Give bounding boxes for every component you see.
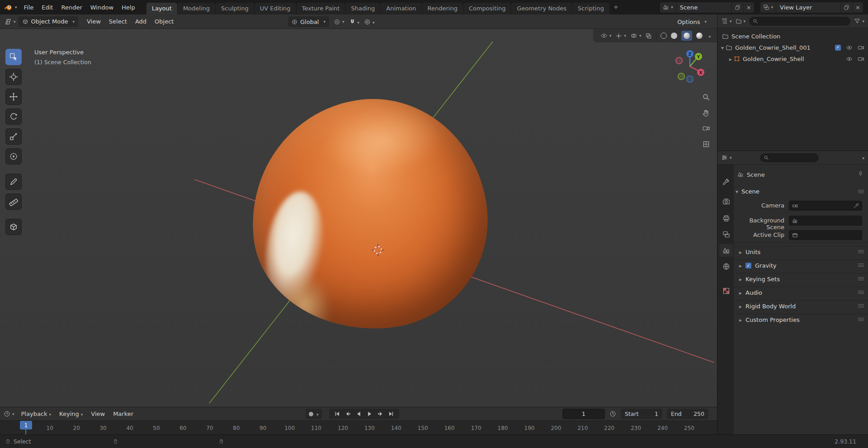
collection-checkbox[interactable] (835, 45, 841, 51)
timeline-ruler[interactable]: 1020304050607080901001101201301401501601… (0, 420, 717, 435)
properties-tab-tool[interactable] (719, 176, 733, 189)
properties-tab-scene[interactable] (719, 244, 733, 257)
add-workspace-button[interactable]: + (610, 1, 622, 13)
viewport-menu-select[interactable]: Select (105, 18, 131, 25)
background-scene-field[interactable] (789, 216, 862, 226)
expand-section-icon[interactable] (739, 303, 742, 310)
frame-end-field[interactable]: End 250 (667, 409, 708, 419)
disable-in-renders-camera-icon[interactable] (858, 56, 864, 62)
toggle-orthographic-icon[interactable] (701, 139, 712, 150)
tool-annotate[interactable] (5, 174, 22, 190)
zoom-view-icon[interactable] (701, 92, 712, 103)
play-reverse-button[interactable] (354, 409, 363, 419)
outliner-filter-dropdown[interactable] (854, 18, 864, 24)
outliner-row-shell-object[interactable]: Golden_Cowrie_Shell (717, 53, 868, 64)
use-preview-range-clock-icon[interactable] (609, 410, 616, 417)
section-drag-handle-icon[interactable] (858, 318, 864, 322)
tool-scale[interactable] (5, 128, 22, 145)
jump-to-start-button[interactable] (332, 409, 342, 419)
expand-section-icon[interactable] (739, 316, 742, 323)
editor-type-timeline-icon[interactable] (4, 410, 14, 417)
section-gravity[interactable]: Gravity (734, 259, 868, 271)
section-keying-sets[interactable]: Keying Sets (734, 273, 868, 285)
snap-toggle-magnet-icon[interactable] (349, 19, 356, 25)
workspace-tab-layout[interactable]: Layout (146, 3, 177, 14)
expand-section-icon[interactable] (739, 249, 742, 255)
workspace-tab-uv-editing[interactable]: UV Editing (255, 3, 296, 14)
gravity-checkbox[interactable] (745, 263, 751, 269)
section-drag-handle-icon[interactable] (858, 264, 864, 268)
eyedropper-icon[interactable] (853, 203, 859, 209)
workspace-tab-sculpting[interactable]: Sculpting (216, 3, 254, 14)
browse-scene-icon[interactable] (660, 2, 676, 13)
editor-type-3d-viewport-icon[interactable] (4, 18, 17, 25)
section-drag-handle-icon[interactable] (858, 250, 864, 254)
remove-view-layer-button[interactable]: × (853, 2, 863, 13)
mode-dropdown[interactable]: Object Mode (19, 16, 78, 27)
tool-cursor[interactable] (5, 69, 22, 85)
new-view-layer-button[interactable] (841, 2, 853, 13)
properties-search-input[interactable] (760, 153, 819, 162)
auto-keying-dropdown[interactable] (315, 410, 319, 417)
previous-keyframe-button[interactable] (343, 409, 353, 419)
playhead[interactable]: 1 (20, 421, 32, 429)
overlays-dropdown[interactable] (630, 32, 642, 39)
disable-in-renders-camera-icon[interactable] (858, 44, 864, 51)
gizmo-minus-z-axis[interactable] (687, 76, 693, 82)
collapse-panel-icon[interactable] (736, 188, 738, 195)
properties-tab-texture[interactable] (719, 284, 733, 297)
camera-view-icon[interactable] (701, 123, 712, 134)
blender-logo-icon[interactable] (4, 3, 17, 11)
workspace-tab-geometry-nodes[interactable]: Geometry Nodes (511, 3, 572, 14)
frame-start-field[interactable]: Start 1 (621, 409, 662, 419)
scene-name-field[interactable]: Scene (676, 2, 732, 13)
section-units[interactable]: Units (734, 246, 868, 258)
pivot-point-dropdown[interactable] (334, 19, 344, 25)
menu-help[interactable]: Help (118, 4, 139, 11)
workspace-tab-rendering[interactable]: Rendering (422, 3, 463, 14)
timeline-menu-marker[interactable]: Marker (109, 410, 137, 417)
section-drag-handle-icon[interactable] (858, 277, 864, 281)
pan-view-hand-icon[interactable] (701, 108, 712, 118)
menu-window[interactable]: Window (86, 4, 118, 11)
properties-tab-world[interactable] (719, 260, 733, 273)
tool-move[interactable] (5, 89, 22, 105)
panel-drag-handle-icon[interactable] (858, 190, 864, 194)
next-keyframe-button[interactable] (376, 409, 385, 419)
properties-options-dropdown[interactable] (860, 154, 864, 161)
workspace-tab-shading[interactable]: Shading (345, 3, 380, 14)
timeline-menu-playback[interactable]: Playback (17, 410, 56, 417)
current-frame-field[interactable]: 1 (562, 409, 605, 419)
viewport-canvas[interactable]: User Perspective (1) Scene Collection (0, 29, 717, 407)
gizmos-dropdown[interactable] (615, 33, 626, 39)
navigation-gizmo[interactable]: Z Y X (671, 47, 709, 85)
workspace-tab-scripting[interactable]: Scripting (572, 3, 609, 14)
scene-panel-header[interactable]: Scene (736, 186, 760, 196)
shading-material-preview-button[interactable] (681, 31, 692, 41)
tool-transform[interactable] (5, 148, 22, 165)
section-drag-handle-icon[interactable] (858, 291, 864, 295)
shading-solid-button[interactable] (671, 33, 677, 39)
section-rigid-body-world[interactable]: Rigid Body World (734, 300, 868, 312)
tool-rotate[interactable] (5, 108, 22, 125)
shading-settings-dropdown[interactable] (707, 33, 711, 39)
shading-rendered-button[interactable] (696, 33, 703, 39)
viewport-menu-object[interactable]: Object (151, 18, 178, 25)
tool-add-cube[interactable] (5, 219, 22, 235)
play-button[interactable] (365, 409, 374, 419)
editor-type-outliner-icon[interactable] (721, 18, 732, 24)
section-drag-handle-icon[interactable] (858, 304, 864, 308)
section-custom-properties[interactable]: Custom Properties (734, 314, 868, 325)
hide-in-viewport-eye-icon[interactable] (846, 44, 853, 51)
section-audio[interactable]: Audio (734, 287, 868, 298)
expand-section-icon[interactable] (739, 262, 742, 269)
expand-object-icon[interactable] (729, 56, 732, 62)
camera-field[interactable] (789, 201, 862, 211)
options-dropdown[interactable]: Options (674, 16, 710, 27)
editor-type-properties-icon[interactable] (721, 154, 732, 161)
menu-edit[interactable]: Edit (38, 4, 57, 11)
timeline-menu-view[interactable]: View (87, 410, 109, 417)
expand-section-icon[interactable] (739, 289, 742, 296)
xray-toggle[interactable] (645, 33, 652, 39)
workspace-tab-compositing[interactable]: Compositing (463, 3, 511, 14)
